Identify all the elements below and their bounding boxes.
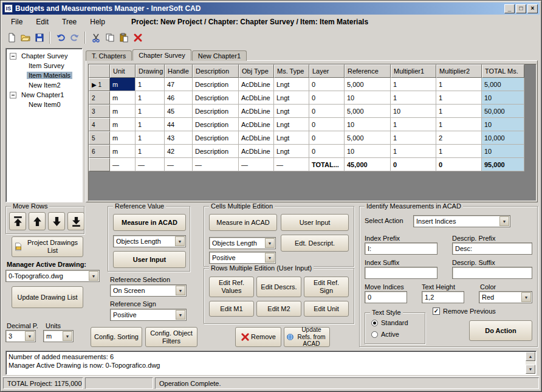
redo-button[interactable] xyxy=(67,30,81,44)
grid-cell[interactable]: Lngt xyxy=(274,78,309,91)
grid-cell[interactable]: m xyxy=(110,145,136,158)
edit-unit-button[interactable]: Edit Unit xyxy=(304,301,349,317)
update-drawing-list-button[interactable]: Update Drawing List xyxy=(12,286,83,308)
grid-cell[interactable]: 42 xyxy=(165,145,193,158)
active-radio[interactable] xyxy=(371,331,378,338)
tree-node-new-item2[interactable]: New Item2 xyxy=(27,81,63,89)
grid-cell[interactable]: 10 xyxy=(345,145,391,158)
grid-cell[interactable]: 45 xyxy=(165,105,193,118)
grid-cell[interactable]: 0 xyxy=(391,158,436,171)
text-height-input[interactable] xyxy=(422,291,464,303)
edit-descript-button[interactable]: Edt. Descript. xyxy=(281,235,349,252)
grid-cell[interactable]: — xyxy=(239,158,274,171)
grid-cell[interactable]: 1 xyxy=(436,78,482,91)
edit-m1-button[interactable]: Edit M1 xyxy=(209,301,254,317)
grid-cell[interactable]: 10 xyxy=(345,118,391,131)
grid-cell[interactable]: AcDbLine xyxy=(239,105,274,118)
save-button[interactable] xyxy=(32,30,46,44)
color-select[interactable]: Red ▼ xyxy=(479,291,532,303)
chevron-down-icon[interactable]: ▼ xyxy=(25,331,35,341)
grid-column-header[interactable]: Description xyxy=(193,64,239,78)
active-drawing-select[interactable]: 0-Topografico.dwg ▼ xyxy=(5,270,100,282)
grid-cell[interactable]: 10 xyxy=(391,105,436,118)
delete-button[interactable] xyxy=(131,30,145,44)
grid-row-header[interactable] xyxy=(89,158,110,171)
grid-cell[interactable]: 1 xyxy=(136,145,165,158)
grid-cell[interactable]: 0 xyxy=(309,91,345,105)
grid-cell[interactable]: TOTAL... xyxy=(309,158,345,171)
grid-cell[interactable]: 43 xyxy=(165,131,193,145)
grid-cell[interactable]: 1 xyxy=(391,78,436,91)
tree-node-new-item0[interactable]: New Item0 xyxy=(27,101,63,108)
index-prefix-input[interactable] xyxy=(365,242,437,255)
reference-sign-select[interactable]: Positive ▼ xyxy=(110,309,187,321)
grid-column-header[interactable]: Multiplier1 xyxy=(391,64,436,78)
grid-cell[interactable]: AcDbLine xyxy=(239,131,274,145)
cells-method-select[interactable]: Objects Length ▼ xyxy=(209,237,276,249)
paste-button[interactable] xyxy=(117,30,131,44)
grid-cell[interactable]: 10 xyxy=(482,145,524,158)
tab-t-chapters[interactable]: T. Chapters xyxy=(86,50,132,61)
grid-cell[interactable]: — xyxy=(274,158,309,171)
tab-chapter-survey[interactable]: Chapter Survey xyxy=(132,49,191,61)
scroll-down-icon[interactable]: ▼ xyxy=(526,365,535,374)
grid-cell[interactable]: m xyxy=(110,91,136,105)
grid-cell[interactable]: 1 xyxy=(391,145,436,158)
grid-cell[interactable]: 5,000 xyxy=(345,105,391,118)
tab-new-chapter1[interactable]: New Chapter1 xyxy=(192,50,247,61)
grid-row-header[interactable]: ▶ 1 xyxy=(89,78,110,91)
select-action-select[interactable]: Insert Indices ▼ xyxy=(413,215,510,227)
standard-radio[interactable] xyxy=(371,320,378,326)
grid-column-header[interactable]: Handle xyxy=(165,64,193,78)
open-button[interactable] xyxy=(18,30,32,44)
grid-cell[interactable]: m xyxy=(110,131,136,145)
cells-user-input-button[interactable]: User Input xyxy=(281,214,349,231)
grid-column-header[interactable]: Unit xyxy=(110,64,136,78)
tree-node-chapter-survey[interactable]: Chapter Survey xyxy=(19,52,69,60)
move-indices-input[interactable] xyxy=(365,291,407,303)
edit-descrs-button[interactable]: Edit Descrs. xyxy=(256,277,301,297)
grid-cell[interactable]: Lngt xyxy=(274,105,309,118)
grid-cell[interactable]: 10 xyxy=(482,91,524,105)
log-scrollbar[interactable]: ▲ ▼ xyxy=(526,352,535,374)
grid-cell[interactable]: — xyxy=(193,158,239,171)
close-button[interactable]: × xyxy=(527,4,538,13)
minimize-button[interactable]: _ xyxy=(504,4,515,13)
reference-selection-select[interactable]: On Screen ▼ xyxy=(110,284,187,297)
move-row-up-button[interactable] xyxy=(29,212,46,230)
grid-cell[interactable]: 1 xyxy=(436,145,482,158)
units-select[interactable]: m ▼ xyxy=(43,330,74,342)
descrip-suffix-input[interactable] xyxy=(452,267,532,279)
grid-column-header[interactable]: Multiplier2 xyxy=(436,64,482,78)
log-box[interactable]: Number of added measurements: 6 Manager … xyxy=(5,351,537,375)
grid-column-header[interactable]: TOTAL Ms. xyxy=(482,64,524,78)
grid-cell[interactable]: 0 xyxy=(309,105,345,118)
grid-cell[interactable]: 0 xyxy=(309,118,345,131)
menu-edit[interactable]: Edit xyxy=(29,17,55,27)
tree-node-item-survey[interactable]: Item Survey xyxy=(27,62,66,69)
grid-cell[interactable]: 1 xyxy=(136,118,165,131)
tree-node-new-chapter1[interactable]: New Chapter1 xyxy=(19,91,66,98)
grid-cell[interactable]: Lngt xyxy=(274,145,309,158)
index-suffix-input[interactable] xyxy=(365,267,437,279)
grid-cell[interactable]: 10 xyxy=(482,118,524,131)
grid-cell[interactable]: 1 xyxy=(436,105,482,118)
scroll-up-icon[interactable]: ▲ xyxy=(526,352,535,361)
grid-cell[interactable]: 0 xyxy=(309,131,345,145)
grid-cell[interactable]: AcDbLine xyxy=(239,91,274,105)
grid-cell[interactable]: 46 xyxy=(165,91,193,105)
remove-previous-checkbox[interactable]: ✓ xyxy=(433,308,440,315)
grid-column-header[interactable]: Drawing xyxy=(136,64,165,78)
grid-cell[interactable]: 1 xyxy=(136,131,165,145)
grid-cell[interactable]: Description xyxy=(193,131,239,145)
grid-cell[interactable]: 1 xyxy=(136,105,165,118)
grid-cell[interactable]: AcDbLine xyxy=(239,118,274,131)
chevron-down-icon[interactable]: ▼ xyxy=(265,253,275,263)
edit-ref-sign-button[interactable]: Edit Ref. Sign xyxy=(304,277,349,297)
tree-collapse-icon[interactable] xyxy=(10,53,16,60)
grid-column-header[interactable]: Reference xyxy=(345,64,391,78)
menu-file[interactable]: File xyxy=(4,17,29,27)
undo-button[interactable] xyxy=(53,30,67,44)
move-row-bottom-button[interactable] xyxy=(67,212,84,230)
grid-column-header[interactable]: Ms. Type xyxy=(274,64,309,78)
